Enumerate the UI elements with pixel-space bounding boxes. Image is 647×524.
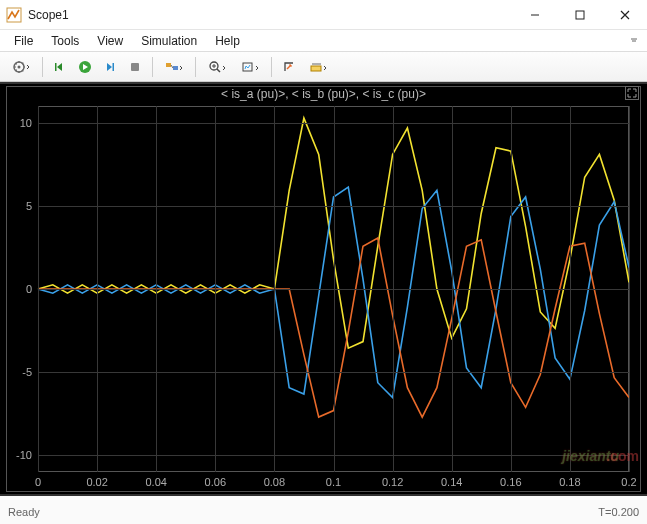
menu-simulation[interactable]: Simulation	[133, 32, 205, 50]
titlebar-left: Scope1	[6, 7, 69, 23]
x-tick-label: 0.04	[145, 476, 166, 488]
maximize-axes-button[interactable]	[625, 86, 639, 100]
run-button[interactable]	[74, 56, 96, 78]
x-tick-label: 0.16	[500, 476, 521, 488]
highlight-signal-button[interactable]	[159, 56, 189, 78]
menubar: File Tools View Simulation Help	[0, 30, 647, 52]
svg-point-4	[18, 65, 21, 68]
x-tick-label: 0	[35, 476, 41, 488]
scope-title: < is_a (pu)>, < is_b (pu)>, < is_c (pu)>	[0, 87, 647, 101]
window-controls	[512, 0, 647, 29]
y-tick-label: -5	[22, 366, 32, 378]
step-back-button[interactable]	[49, 56, 71, 78]
y-tick-label: 5	[26, 200, 32, 212]
menu-help[interactable]: Help	[207, 32, 248, 50]
y-tick-label: 10	[20, 117, 32, 129]
zoom-button[interactable]	[202, 56, 232, 78]
svg-rect-2	[576, 11, 584, 19]
scope-plot-area: < is_a (pu)>, < is_b (pu)>, < is_c (pu)>…	[0, 82, 647, 496]
svg-rect-8	[131, 63, 139, 71]
gridline-h	[38, 289, 629, 290]
maximize-button[interactable]	[557, 0, 602, 29]
menu-tools[interactable]: Tools	[43, 32, 87, 50]
gridline-v	[629, 106, 630, 472]
svg-rect-10	[173, 66, 178, 70]
gridline-h	[38, 206, 629, 207]
menu-view[interactable]: View	[89, 32, 131, 50]
x-tick-label: 0.06	[205, 476, 226, 488]
gridline-h	[38, 123, 629, 124]
svg-rect-9	[166, 63, 171, 67]
x-tick-label: 0.08	[264, 476, 285, 488]
toolbar-separator	[195, 57, 196, 77]
x-tick-label: 0.18	[559, 476, 580, 488]
x-tick-label: 0.2	[621, 476, 636, 488]
gridline-h	[38, 455, 629, 456]
menu-file[interactable]: File	[6, 32, 41, 50]
status-left: Ready	[8, 506, 40, 518]
measurements-button[interactable]	[303, 56, 333, 78]
toolbar-separator	[42, 57, 43, 77]
toolbar	[0, 52, 647, 82]
config-button[interactable]	[6, 56, 36, 78]
scope-axes[interactable]: 00.020.040.060.080.10.120.140.160.180.2-…	[38, 106, 629, 472]
matlab-scope-icon	[6, 7, 22, 23]
zoom-axis-button[interactable]	[235, 56, 265, 78]
menubar-overflow-icon[interactable]	[627, 34, 641, 48]
toolbar-separator	[152, 57, 153, 77]
toolbar-separator	[271, 57, 272, 77]
x-tick-label: 0.14	[441, 476, 462, 488]
svg-rect-5	[55, 63, 57, 71]
scale-axes-button[interactable]	[278, 56, 300, 78]
stop-button[interactable]	[124, 56, 146, 78]
step-forward-button[interactable]	[99, 56, 121, 78]
y-tick-label: 0	[26, 283, 32, 295]
x-tick-label: 0.12	[382, 476, 403, 488]
gridline-h	[38, 372, 629, 373]
x-tick-label: 0.02	[86, 476, 107, 488]
svg-rect-16	[311, 66, 321, 71]
svg-line-12	[217, 69, 220, 72]
window-title: Scope1	[28, 8, 69, 22]
svg-rect-7	[113, 63, 115, 71]
status-right: T=0.200	[598, 506, 639, 518]
x-tick-label: 0.1	[326, 476, 341, 488]
y-tick-label: -10	[16, 449, 32, 461]
minimize-button[interactable]	[512, 0, 557, 29]
statusbar: Ready T=0.200	[0, 500, 647, 524]
close-button[interactable]	[602, 0, 647, 29]
titlebar: Scope1	[0, 0, 647, 30]
